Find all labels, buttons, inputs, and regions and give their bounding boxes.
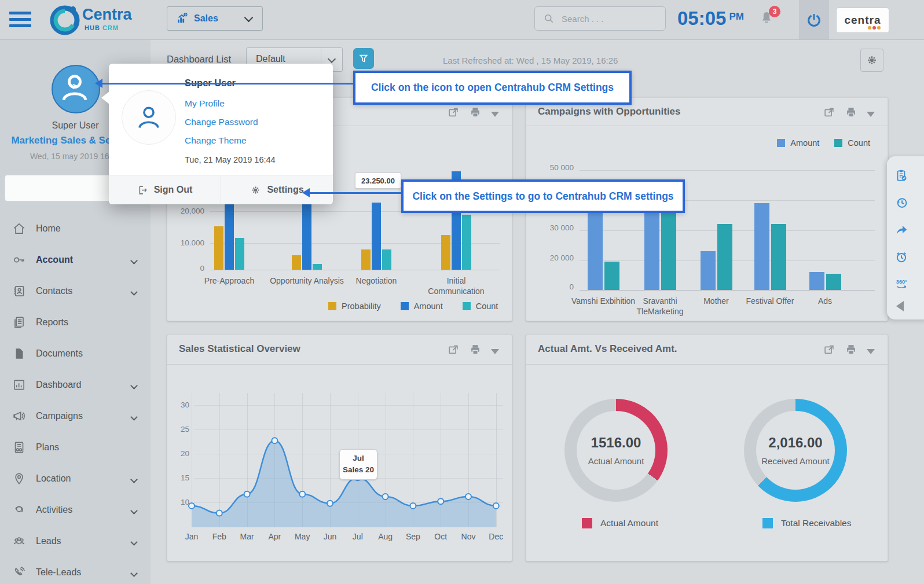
external-link-icon[interactable]: [823, 343, 835, 356]
history-icon[interactable]: [894, 195, 909, 210]
sidebar-item-plans[interactable]: Plans: [0, 432, 151, 463]
bar-count-negotiation[interactable]: [382, 249, 391, 270]
user-menu-popup: Super User My Profile Change Password Ch…: [109, 64, 333, 204]
chevron-down-icon[interactable]: [867, 112, 875, 117]
dashboard-settings-button[interactable]: [860, 49, 883, 72]
module-selector[interactable]: Sales: [167, 6, 263, 31]
bar-probability-opportunity-analysis[interactable]: [292, 255, 301, 270]
legend-label: Count: [848, 138, 870, 148]
data-point-jan[interactable]: [189, 503, 195, 509]
legend-swatch: [777, 139, 785, 147]
bar-probability-negotiation[interactable]: [361, 249, 371, 270]
bar-count-festival-offer[interactable]: [771, 224, 786, 290]
sidebar-item-leads[interactable]: Leads: [0, 526, 151, 557]
share-icon[interactable]: [894, 222, 909, 237]
bar-value-label: 23.250.00: [355, 172, 401, 189]
sign-out-button[interactable]: Sign Out: [109, 175, 221, 204]
bar-amount-ads[interactable]: [809, 272, 824, 290]
x-axis-line: [580, 290, 875, 291]
data-point-mar[interactable]: [244, 491, 250, 497]
data-point-dec[interactable]: [493, 503, 499, 509]
bar-count-sravanthi-tlemarketing[interactable]: [661, 200, 676, 290]
donut-legend-receivables: Total Receivables: [762, 518, 851, 528]
brand-name: Centra: [82, 6, 132, 24]
settings-button[interactable]: Settings: [221, 175, 333, 204]
external-link-icon[interactable]: [823, 106, 835, 119]
filter-button[interactable]: [353, 48, 374, 69]
data-point-oct[interactable]: [438, 498, 443, 504]
legend-label: Actual Amount: [600, 518, 658, 528]
hamburger-menu-icon[interactable]: [9, 12, 31, 28]
rotate-360-icon[interactable]: 360°: [894, 277, 909, 292]
bar-amount-negotiation[interactable]: [372, 203, 381, 270]
sidebar-item-reports[interactable]: Reports: [0, 307, 151, 338]
sidebar-item-documents[interactable]: Documents: [0, 338, 151, 369]
sidebar-item-home[interactable]: Home: [0, 213, 151, 244]
chevron-down-icon: [130, 257, 138, 265]
plans-icon: [12, 440, 27, 455]
search-box[interactable]: [534, 6, 666, 31]
bar-count-ads[interactable]: [826, 274, 841, 290]
print-icon[interactable]: [845, 106, 857, 119]
sidebar-item-contacts[interactable]: Contacts: [0, 276, 151, 307]
bar-count-pre-approach[interactable]: [235, 238, 244, 270]
bar-count-mother[interactable]: [717, 224, 732, 290]
bar-amount-festival-offer[interactable]: [754, 203, 769, 290]
legend-item-amount: Amount: [777, 138, 819, 148]
bar-probability-pre-approach[interactable]: [214, 226, 223, 270]
change-password-link[interactable]: Change Password: [185, 117, 258, 127]
bar-count-vamshi-exbihition[interactable]: [604, 262, 619, 290]
clock-meridiem: PM: [729, 11, 744, 22]
sidebar-item-label: Contacts: [36, 286, 72, 296]
sidebar-item-tele-leads[interactable]: Tele-Leads: [0, 557, 151, 584]
bar-amount-vamshi-exbihition[interactable]: [588, 212, 603, 290]
callout-arrow-line: [309, 192, 401, 194]
logout-button[interactable]: [799, 0, 829, 39]
sidebar-item-location[interactable]: Location: [0, 463, 151, 494]
bar-amount-mother[interactable]: [701, 251, 716, 290]
received-amount-donut[interactable]: 2,016.00Received Amount: [744, 399, 847, 502]
data-point-sep[interactable]: [410, 503, 416, 509]
chevron-down-icon[interactable]: [867, 349, 875, 354]
notifications-button[interactable]: 3: [758, 10, 778, 30]
legend-item-count: Count: [834, 138, 870, 148]
chevron-down-icon[interactable]: [491, 112, 499, 117]
sign-out-icon: [137, 185, 148, 196]
legend-swatch: [328, 302, 336, 310]
data-point-jun[interactable]: [327, 501, 333, 506]
sidebar-item-label: Campaigns: [36, 411, 83, 421]
legend-swatch: [834, 139, 842, 147]
sidebar-item-activities[interactable]: Activities: [0, 494, 151, 526]
chart-legend: AmountCount: [777, 138, 870, 148]
brand-logo[interactable]: Centra HUB CRM: [50, 3, 137, 36]
clipboard-check-icon[interactable]: [894, 168, 909, 183]
centra-mini-logo-text: centra: [844, 14, 881, 27]
collapse-left-icon[interactable]: [896, 301, 904, 311]
sidebar-item-campaigns[interactable]: Campaigns: [0, 401, 151, 432]
alarm-icon[interactable]: [894, 249, 909, 265]
sidebar-item-account[interactable]: Account: [0, 244, 151, 276]
bar-count-opportunity-analysis[interactable]: [313, 264, 322, 270]
centrahub-crm-dashboard: Centra HUB CRM Sales 05:05PM: [0, 0, 924, 584]
search-input[interactable]: [560, 13, 655, 24]
external-link-icon[interactable]: [447, 106, 460, 119]
bar-count-initial-communication[interactable]: [462, 215, 471, 270]
chevron-down-icon: [328, 55, 336, 63]
data-point-apr[interactable]: [272, 438, 277, 443]
sidebar-item-dashboard[interactable]: Dashboard: [0, 369, 151, 401]
data-point-aug[interactable]: [383, 494, 388, 499]
chevron-down-icon: [130, 413, 138, 421]
user-avatar[interactable]: >: [52, 65, 100, 113]
centra-mini-logo[interactable]: centra: [836, 8, 889, 33]
print-icon[interactable]: [845, 343, 857, 356]
my-profile-link[interactable]: My Profile: [185, 98, 225, 109]
data-point-feb[interactable]: [217, 510, 222, 516]
actual-amount-donut[interactable]: 1516.00Actual Amount: [564, 399, 668, 502]
change-theme-link[interactable]: Change Theme: [185, 135, 247, 146]
data-point-nov[interactable]: [465, 494, 471, 499]
print-icon[interactable]: [469, 106, 482, 119]
data-point-may[interactable]: [299, 491, 305, 497]
sidebar-item-label: Reports: [36, 317, 68, 328]
chevron-down-icon: [130, 288, 138, 296]
bar-probability-initial-communication[interactable]: [441, 235, 450, 270]
